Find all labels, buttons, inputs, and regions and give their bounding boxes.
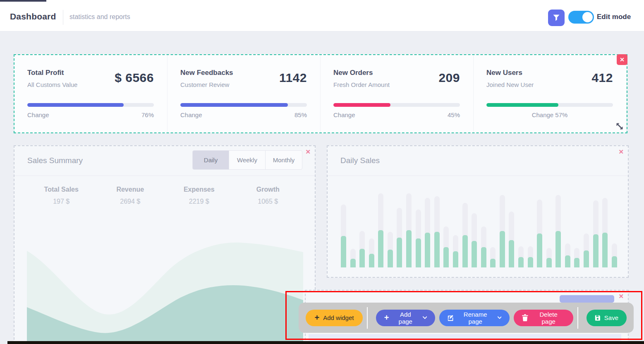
bar (509, 187, 514, 267)
change-label: Change (333, 111, 355, 118)
stat-card-new-orders: New Orders Fresh Order Amount 209 Change… (321, 55, 474, 132)
chevron-down-icon (498, 316, 502, 319)
add-page-button[interactable]: + Add page (376, 310, 436, 326)
bar-value (369, 254, 374, 267)
bar (565, 187, 570, 267)
bar-value (602, 233, 608, 267)
bar (593, 187, 599, 267)
stat-card-total-profit: Total Profit All Customs Value $ 6566 Ch… (14, 55, 168, 132)
rename-page-button[interactable]: Rename page (439, 310, 510, 326)
close-panel-icon[interactable]: ✕ (618, 149, 624, 155)
filter-button[interactable] (548, 10, 565, 26)
edit-icon (448, 314, 454, 321)
toolbar-divider (577, 307, 578, 329)
chevron-down-icon (423, 316, 427, 319)
bar-value (481, 247, 486, 267)
panel-divider (14, 176, 315, 176)
bar (481, 187, 486, 267)
bar (378, 187, 383, 267)
trash-icon (522, 314, 528, 321)
bar-value (537, 233, 542, 267)
bar-value (593, 234, 599, 267)
progress-fill (27, 103, 124, 107)
page-subtitle: statistics and reports (69, 13, 130, 21)
progress-fill (333, 103, 390, 107)
change-value: 85% (294, 111, 307, 118)
bar (537, 187, 542, 267)
bar-value (518, 257, 524, 267)
bar-value (359, 249, 365, 267)
loading-bar (0, 0, 46, 2)
hidden-widget-strip (309, 334, 621, 341)
summary-label: Expenses (165, 186, 234, 193)
bar-value (416, 238, 421, 267)
top-bar: Dashboard statistics and reports Edit mo… (0, 0, 644, 31)
bar (388, 187, 393, 267)
summary-stat-expenses: Expenses 2219 $ (165, 186, 234, 205)
bar (462, 187, 468, 267)
daily-sales-bars (341, 187, 617, 267)
tab-monthly[interactable]: Monthly (266, 151, 302, 169)
filter-icon (553, 14, 560, 22)
summary-value: 2694 $ (96, 198, 165, 205)
resize-handle-icon[interactable] (615, 122, 624, 131)
stat-value: 412 (591, 71, 613, 85)
stat-change-row: Change 45% (333, 111, 460, 118)
stat-value: $ 6566 (115, 71, 154, 85)
progress-track (486, 103, 613, 107)
change-label: Change (27, 111, 49, 118)
summary-stat-revenue: Revenue 2694 $ (96, 186, 165, 205)
close-widget-button[interactable]: ✕ (617, 54, 627, 65)
title-divider (63, 10, 63, 25)
bar-value (500, 231, 505, 267)
stat-change-row: Change 76% (27, 111, 154, 118)
close-panel-icon[interactable]: ✕ (618, 293, 624, 299)
hidden-widget-tab (560, 295, 614, 303)
bar-value (378, 230, 383, 267)
toolbar-divider (367, 307, 368, 329)
bar-value (528, 257, 533, 267)
bar-value (574, 258, 579, 267)
bar (602, 187, 608, 267)
stats-widget: Total Profit All Customs Value $ 6566 Ch… (14, 54, 627, 133)
edit-mode-toggle[interactable] (568, 11, 594, 24)
bar (350, 187, 356, 267)
bar-value (472, 241, 477, 267)
bar (574, 187, 579, 267)
bar (416, 187, 421, 267)
bar-value (555, 231, 561, 267)
bar (425, 187, 430, 267)
summary-stat-total-sales: Total Sales 197 $ (27, 186, 96, 205)
bar-value (453, 251, 458, 267)
bar-value (565, 255, 570, 267)
edit-toolbar: + Add widget + Add page Rename page (299, 303, 634, 333)
bar (434, 187, 440, 267)
bar (406, 187, 412, 267)
bar-value (397, 238, 402, 267)
panel-title: Sales Summary (27, 156, 83, 165)
plus-icon: + (384, 313, 389, 322)
summary-value: 2219 $ (165, 198, 234, 205)
change-value: 45% (448, 111, 460, 118)
bar (546, 187, 552, 267)
bar-value (425, 233, 430, 267)
add-widget-button[interactable]: + Add widget (306, 310, 363, 326)
bar (443, 187, 449, 267)
bar (341, 187, 346, 267)
tab-weekly[interactable]: Weekly (229, 151, 266, 169)
tab-daily[interactable]: Daily (193, 151, 229, 169)
sales-summary-panel: Sales Summary Daily Weekly Monthly ✕ Tot… (14, 145, 316, 344)
bar-value (584, 250, 589, 267)
close-panel-icon[interactable]: ✕ (305, 149, 311, 155)
rename-page-label: Rename page (458, 311, 493, 325)
bar (518, 187, 524, 267)
summary-value: 197 $ (27, 198, 96, 205)
add-page-label: Add page (393, 311, 418, 325)
save-button[interactable]: Save (587, 310, 627, 326)
dashboard-app: Dashboard statistics and reports Edit mo… (0, 0, 644, 344)
save-label: Save (604, 314, 618, 321)
bar (528, 187, 533, 267)
delete-page-button[interactable]: Delete page (514, 310, 573, 326)
period-tabs: Daily Weekly Monthly (192, 150, 302, 170)
delete-page-label: Delete page (532, 311, 565, 325)
